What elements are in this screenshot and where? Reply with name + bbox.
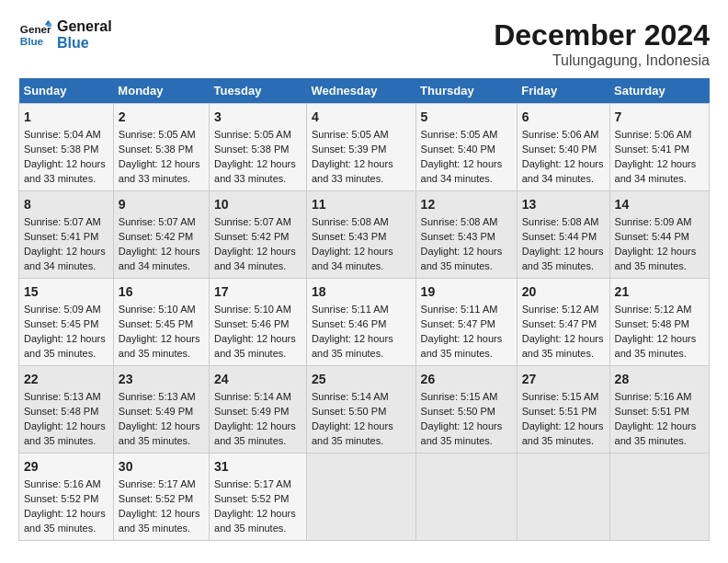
calendar-cell: 20 Sunrise: 5:12 AM Sunset: 5:47 PM Dayl…	[517, 279, 609, 366]
sunset-label: Sunset: 5:43 PM	[421, 231, 495, 242]
calendar-cell: 21 Sunrise: 5:12 AM Sunset: 5:48 PM Dayl…	[609, 279, 709, 366]
daylight-label: Daylight: 12 hours and 35 minutes.	[421, 333, 503, 359]
sunrise-label: Sunrise: 5:10 AM	[119, 304, 196, 315]
sunset-label: Sunset: 5:47 PM	[522, 318, 597, 329]
sunset-label: Sunset: 5:50 PM	[312, 406, 386, 417]
sunrise-label: Sunrise: 5:08 AM	[421, 216, 498, 227]
day-number: 20	[522, 282, 605, 301]
sunset-label: Sunset: 5:47 PM	[421, 318, 495, 329]
calendar-cell: 3 Sunrise: 5:05 AM Sunset: 5:38 PM Dayli…	[210, 104, 307, 191]
day-number: 31	[214, 457, 301, 476]
sunset-label: Sunset: 5:51 PM	[522, 406, 597, 417]
sunset-label: Sunset: 5:43 PM	[312, 231, 386, 242]
calendar-cell: 1 Sunrise: 5:04 AM Sunset: 5:38 PM Dayli…	[19, 104, 114, 191]
sunrise-label: Sunrise: 5:13 AM	[24, 391, 101, 402]
sunrise-label: Sunrise: 5:06 AM	[522, 129, 599, 140]
day-number: 13	[522, 195, 605, 213]
calendar-cell: 14 Sunrise: 5:09 AM Sunset: 5:44 PM Dayl…	[609, 191, 709, 279]
day-number: 12	[421, 195, 512, 213]
daylight-label: Daylight: 12 hours and 35 minutes.	[421, 246, 503, 271]
daylight-label: Daylight: 12 hours and 35 minutes.	[615, 333, 697, 359]
sunrise-label: Sunrise: 5:12 AM	[615, 304, 692, 315]
sunrise-label: Sunrise: 5:11 AM	[312, 304, 389, 315]
calendar-week-1: 1 Sunrise: 5:04 AM Sunset: 5:38 PM Dayli…	[19, 104, 710, 191]
sunrise-label: Sunrise: 5:06 AM	[615, 129, 692, 140]
daylight-label: Daylight: 12 hours and 35 minutes.	[119, 508, 200, 534]
sunset-label: Sunset: 5:42 PM	[119, 231, 193, 242]
sunset-label: Sunset: 5:46 PM	[214, 318, 289, 329]
daylight-label: Daylight: 12 hours and 35 minutes.	[214, 508, 296, 534]
day-number: 14	[615, 195, 704, 213]
calendar-cell: 10 Sunrise: 5:07 AM Sunset: 5:42 PM Dayl…	[210, 191, 307, 279]
sunrise-label: Sunrise: 5:14 AM	[312, 391, 389, 402]
calendar-cell: 23 Sunrise: 5:13 AM Sunset: 5:49 PM Dayl…	[113, 366, 209, 454]
calendar-cell: 6 Sunrise: 5:06 AM Sunset: 5:40 PM Dayli…	[517, 104, 609, 191]
sunrise-label: Sunrise: 5:15 AM	[522, 391, 599, 402]
daylight-label: Daylight: 12 hours and 35 minutes.	[214, 420, 296, 446]
daylight-label: Daylight: 12 hours and 34 minutes.	[421, 158, 503, 184]
daylight-label: Daylight: 12 hours and 35 minutes.	[119, 333, 200, 359]
calendar-cell: 17 Sunrise: 5:10 AM Sunset: 5:46 PM Dayl…	[210, 279, 307, 366]
logo-blue: Blue	[57, 35, 112, 52]
sunset-label: Sunset: 5:38 PM	[24, 144, 98, 155]
sunset-label: Sunset: 5:44 PM	[522, 231, 597, 242]
calendar-cell: 9 Sunrise: 5:07 AM Sunset: 5:42 PM Dayli…	[113, 191, 209, 279]
calendar-cell: 19 Sunrise: 5:11 AM Sunset: 5:47 PM Dayl…	[415, 279, 517, 366]
daylight-label: Daylight: 12 hours and 33 minutes.	[214, 158, 296, 184]
sunset-label: Sunset: 5:45 PM	[24, 318, 98, 329]
calendar-cell: 24 Sunrise: 5:14 AM Sunset: 5:49 PM Dayl…	[210, 366, 307, 454]
sunrise-label: Sunrise: 5:16 AM	[24, 478, 101, 489]
calendar-table: SundayMondayTuesdayWednesdayThursdayFrid…	[18, 78, 710, 541]
logo-icon: General Blue	[18, 18, 51, 52]
day-number: 7	[615, 108, 704, 126]
day-number: 3	[214, 108, 301, 126]
calendar-cell: 27 Sunrise: 5:15 AM Sunset: 5:51 PM Dayl…	[517, 366, 609, 454]
calendar-week-5: 29 Sunrise: 5:16 AM Sunset: 5:52 PM Dayl…	[19, 454, 710, 541]
svg-text:Blue: Blue	[20, 35, 44, 47]
day-number: 23	[119, 370, 204, 388]
sunset-label: Sunset: 5:44 PM	[615, 231, 689, 242]
sunrise-label: Sunrise: 5:16 AM	[615, 391, 692, 402]
day-number: 26	[421, 370, 512, 388]
calendar-cell	[609, 454, 709, 541]
sunrise-label: Sunrise: 5:04 AM	[24, 129, 101, 140]
sunrise-label: Sunrise: 5:10 AM	[214, 304, 291, 315]
day-number: 29	[24, 457, 108, 476]
sunset-label: Sunset: 5:42 PM	[214, 231, 289, 242]
sunrise-label: Sunrise: 5:17 AM	[214, 478, 291, 489]
sunset-label: Sunset: 5:40 PM	[421, 144, 495, 155]
sunrise-label: Sunrise: 5:12 AM	[522, 304, 599, 315]
daylight-label: Daylight: 12 hours and 33 minutes.	[119, 158, 200, 184]
daylight-label: Daylight: 12 hours and 34 minutes.	[214, 246, 296, 271]
daylight-label: Daylight: 12 hours and 33 minutes.	[312, 158, 393, 184]
calendar-week-3: 15 Sunrise: 5:09 AM Sunset: 5:45 PM Dayl…	[19, 279, 710, 366]
sunset-label: Sunset: 5:38 PM	[214, 144, 289, 155]
logo: General Blue General Blue	[18, 18, 112, 52]
sunrise-label: Sunrise: 5:09 AM	[615, 216, 692, 227]
daylight-label: Daylight: 12 hours and 35 minutes.	[312, 333, 393, 359]
daylight-label: Daylight: 12 hours and 34 minutes.	[615, 158, 697, 184]
sunrise-label: Sunrise: 5:14 AM	[214, 391, 291, 402]
calendar-cell: 30 Sunrise: 5:17 AM Sunset: 5:52 PM Dayl…	[113, 454, 209, 541]
calendar-cell: 15 Sunrise: 5:09 AM Sunset: 5:45 PM Dayl…	[19, 279, 114, 366]
sunset-label: Sunset: 5:45 PM	[119, 318, 193, 329]
day-number: 9	[119, 195, 204, 213]
calendar-cell: 2 Sunrise: 5:05 AM Sunset: 5:38 PM Dayli…	[113, 104, 209, 191]
calendar-cell: 31 Sunrise: 5:17 AM Sunset: 5:52 PM Dayl…	[210, 454, 307, 541]
page-subtitle: Tulungagung, Indonesia	[494, 52, 710, 69]
calendar-cell	[517, 454, 609, 541]
sunrise-label: Sunrise: 5:07 AM	[119, 216, 196, 227]
day-number: 1	[24, 108, 108, 126]
day-number: 11	[312, 195, 411, 213]
sunrise-label: Sunrise: 5:08 AM	[522, 216, 599, 227]
sunset-label: Sunset: 5:41 PM	[615, 144, 689, 155]
calendar-cell: 4 Sunrise: 5:05 AM Sunset: 5:39 PM Dayli…	[306, 104, 415, 191]
day-number: 10	[214, 195, 301, 213]
col-header-saturday: Saturday	[609, 78, 709, 104]
daylight-label: Daylight: 12 hours and 34 minutes.	[522, 158, 604, 184]
day-number: 28	[615, 370, 704, 388]
sunset-label: Sunset: 5:39 PM	[312, 144, 386, 155]
calendar-cell: 26 Sunrise: 5:15 AM Sunset: 5:50 PM Dayl…	[415, 366, 517, 454]
day-number: 16	[119, 282, 204, 301]
calendar-cell: 5 Sunrise: 5:05 AM Sunset: 5:40 PM Dayli…	[415, 104, 517, 191]
